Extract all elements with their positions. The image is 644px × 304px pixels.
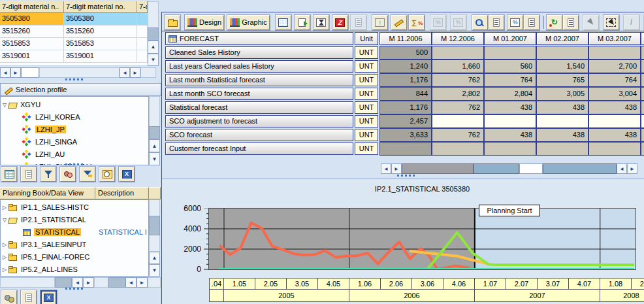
refresh-note-button[interactable] xyxy=(563,15,579,30)
value-cell[interactable]: 2,700 xyxy=(588,59,641,73)
month-column-header[interactable]: M 02.2007 xyxy=(536,32,588,45)
expander-icon[interactable]: ▷ xyxy=(1,205,8,211)
material-cell[interactable]: 3515853 xyxy=(64,38,137,50)
upload-button[interactable] xyxy=(372,15,388,30)
value-cell[interactable]: 1,660 xyxy=(432,59,484,73)
splitter-handle[interactable] xyxy=(397,175,415,177)
scrollbar-stub[interactable] xyxy=(140,67,156,78)
value-cell[interactable] xyxy=(588,46,641,59)
schedule-button[interactable] xyxy=(99,167,115,182)
paste-percent-button[interactable] xyxy=(451,15,466,30)
value-cell[interactable]: 762 xyxy=(432,73,484,87)
selection-profile-item[interactable]: LZHI_SINGA xyxy=(23,136,149,148)
material-row[interactable]: 35152603515260 xyxy=(0,25,148,38)
scrollbar-thumb[interactable] xyxy=(149,216,160,235)
draw-line-button[interactable] xyxy=(624,15,639,30)
scroll-up-button[interactable]: ▲ xyxy=(148,41,159,54)
planning-tree-horizontal-scrollbars[interactable]: ◄►◄► xyxy=(0,277,161,288)
scroll-down-button[interactable]: ▼ xyxy=(148,54,159,67)
value-cell[interactable]: 765 xyxy=(536,73,588,87)
scrollbar-track[interactable] xyxy=(94,277,108,288)
material-cell[interactable]: 3515260 xyxy=(64,25,137,38)
selection-profile-item[interactable]: LZHI_KOREA xyxy=(23,111,149,123)
value-cell[interactable]: 500 xyxy=(379,46,432,59)
note-button[interactable] xyxy=(21,167,37,182)
value-cell[interactable]: 438 xyxy=(536,101,588,114)
planning-book-item[interactable]: ▷IP3.1_SALESINPUT xyxy=(1,239,148,250)
row-header[interactable]: Last month Statistical forecast xyxy=(165,74,353,86)
unit-cell[interactable]: UNT xyxy=(355,143,378,155)
value-cell[interactable]: 2,457 xyxy=(379,114,432,128)
note-button[interactable] xyxy=(21,290,37,304)
scrollbar-stub[interactable] xyxy=(148,277,161,288)
splitter-handle[interactable] xyxy=(65,288,83,290)
value-cell[interactable]: 438 xyxy=(588,128,641,142)
grid-display-button[interactable] xyxy=(1,167,17,182)
material-cell[interactable]: 3505380 xyxy=(0,13,64,25)
grid-corner-header[interactable]: FORECAST xyxy=(165,32,353,45)
material-cell[interactable]: 3519001 xyxy=(0,50,64,63)
value-cell[interactable]: 3,004 xyxy=(588,87,641,101)
unit-cell[interactable]: UNT xyxy=(355,60,378,73)
scrollbar-thumb[interactable] xyxy=(21,67,39,78)
track-steel[interactable] xyxy=(474,163,519,174)
material-cell[interactable]: 3515853 xyxy=(0,38,64,50)
track-steel[interactable] xyxy=(543,163,617,174)
unit-cell[interactable]: UNT xyxy=(355,74,378,86)
scroll-down-button[interactable]: ▼ xyxy=(149,264,160,277)
scrollbar-track[interactable] xyxy=(0,277,55,288)
value-cell[interactable] xyxy=(536,46,588,59)
material-list-vertical-scrollbar[interactable]: ▲▼ xyxy=(148,1,159,66)
open-button[interactable] xyxy=(165,15,180,30)
material-cell[interactable]: 3519001 xyxy=(64,50,137,63)
material-row[interactable]: 35158533515853 xyxy=(0,38,148,50)
material-cell[interactable] xyxy=(137,13,148,25)
value-cell[interactable] xyxy=(484,142,536,156)
scroll-right-button[interactable]: ► xyxy=(130,67,140,78)
value-cell[interactable]: 762 xyxy=(432,128,484,142)
expander-icon[interactable]: ▽ xyxy=(1,102,8,108)
value-cell[interactable]: 2,802 xyxy=(432,87,484,101)
scroll-left-button[interactable]: ◄ xyxy=(617,163,627,174)
row-header[interactable]: Last month SCO forecast xyxy=(165,88,353,100)
scroll-left-button[interactable]: ◄ xyxy=(72,277,83,288)
value-cell[interactable] xyxy=(432,46,484,59)
selection-profile-item[interactable]: LZHI_JP xyxy=(23,124,149,135)
close-button[interactable] xyxy=(40,290,57,304)
unit-cell[interactable]: UNT xyxy=(355,129,378,141)
zoom-note-button[interactable] xyxy=(489,15,504,30)
planning-book-item[interactable]: ▽IP2.1_STATISTICAL xyxy=(1,214,148,226)
percent-doc-note-button[interactable] xyxy=(524,15,539,30)
material-cell[interactable]: 3515260 xyxy=(0,25,64,38)
expander-icon[interactable]: ▷ xyxy=(1,254,8,260)
tree-root-item[interactable]: ▽XGYU xyxy=(1,99,148,110)
scrollbar-thumb[interactable] xyxy=(55,277,72,288)
graphic-button[interactable]: Graphic xyxy=(227,15,270,30)
value-cell[interactable] xyxy=(432,114,484,128)
scroll-up-button[interactable]: ▲ xyxy=(149,139,160,152)
value-cell[interactable]: 764 xyxy=(484,73,536,87)
scroll-left-button[interactable]: ◄ xyxy=(0,67,10,78)
scrollbar-thumb[interactable] xyxy=(519,163,543,174)
value-cell[interactable]: 438 xyxy=(484,128,536,142)
scroll-left-button[interactable]: ◄ xyxy=(381,163,391,174)
row-header[interactable]: Statistical forecast xyxy=(165,101,353,114)
expander-icon[interactable]: ▽ xyxy=(1,217,8,223)
settings-button[interactable] xyxy=(1,290,17,304)
value-cell[interactable]: 1,176 xyxy=(379,73,432,87)
splitter-handle[interactable] xyxy=(65,163,83,165)
row-header[interactable]: Customer forecast Input xyxy=(165,143,353,155)
export-button[interactable] xyxy=(295,15,310,30)
month-column-header[interactable]: M 11.2006 xyxy=(379,32,432,45)
value-cell[interactable]: 3,005 xyxy=(536,87,588,101)
planning-book-item[interactable]: ▽IP_ADHOC_FC-CHAN xyxy=(1,276,148,277)
scroll-up-button[interactable]: ▲ xyxy=(149,252,160,264)
select-box-button[interactable] xyxy=(604,15,619,30)
selection-profile-item[interactable]: LZHI_AU xyxy=(23,148,149,160)
value-cell[interactable] xyxy=(432,142,484,156)
unit-cell[interactable]: UNT xyxy=(355,88,378,100)
planning-book-item[interactable]: ▷IP5.2_ALL-LINES xyxy=(1,263,148,275)
scroll-left-button[interactable]: ◄ xyxy=(125,277,137,288)
scrollbar-thumb[interactable] xyxy=(148,27,159,41)
value-cell[interactable] xyxy=(588,142,641,156)
